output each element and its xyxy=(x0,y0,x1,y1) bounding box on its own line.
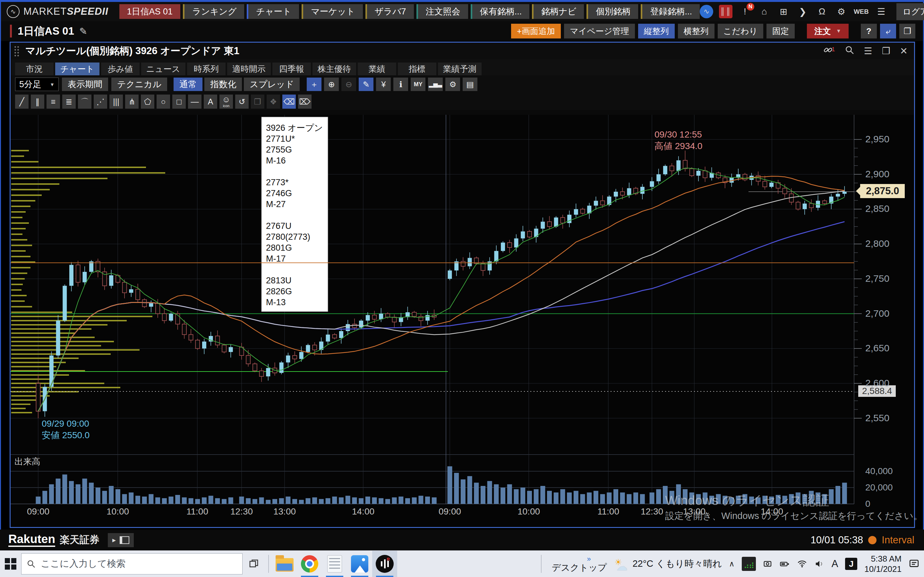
print-icon[interactable]: ▤ xyxy=(463,77,477,91)
duplicate-window-icon[interactable]: ❐ xyxy=(882,45,890,56)
menu-tab[interactable]: 1日信AS 01 xyxy=(120,4,181,19)
order-button[interactable]: 注文▼ xyxy=(807,24,849,39)
text-icon[interactable]: A xyxy=(204,95,217,109)
panel-icon[interactable]: ❯ xyxy=(796,5,809,18)
battery-tray-icon[interactable] xyxy=(780,559,790,569)
action-center-icon[interactable] xyxy=(909,558,919,569)
wifi-tray-icon[interactable] xyxy=(797,559,807,569)
logout-button[interactable]: ログアウト xyxy=(897,3,924,20)
layout-button[interactable]: 横整列 xyxy=(678,24,714,39)
horizontal-lines4-icon[interactable]: ≣ xyxy=(62,95,76,109)
close-window-icon[interactable]: ✕ xyxy=(900,45,908,56)
bell-icon[interactable]: Ω xyxy=(815,5,829,18)
window-menu-icon[interactable]: ☰ xyxy=(864,45,872,56)
chart-mode-button[interactable]: 指数化 xyxy=(204,77,242,91)
taskbar-app-marketspeed[interactable]: R xyxy=(372,551,397,577)
chart-toolbar-button[interactable]: 表示期間 xyxy=(62,77,108,91)
window-tab[interactable]: 業績 xyxy=(358,63,396,75)
layout-button[interactable]: マイページ管理 xyxy=(564,24,635,39)
help-button[interactable]: ? xyxy=(861,24,877,39)
info-icon[interactable]: ℹ xyxy=(393,77,408,91)
popout-window-button[interactable]: ❐ xyxy=(899,24,915,39)
chevron-icon[interactable]: » xyxy=(587,556,591,562)
horizontal-line-icon[interactable]: — xyxy=(188,95,202,109)
icon-stamp-icon[interactable]: ☺icon xyxy=(220,95,233,109)
chart-toolbar-button[interactable]: テクニカル xyxy=(111,77,167,91)
menu-icon[interactable]: ☰ xyxy=(875,5,888,18)
edit-pencil-icon[interactable]: ✎ xyxy=(79,26,87,37)
my-chart-icon[interactable]: MY xyxy=(411,77,425,91)
window-tab[interactable]: 四季報 xyxy=(272,63,311,75)
menu-tab[interactable]: 銘柄ナビ xyxy=(532,4,584,19)
menu-tab[interactable]: 保有銘柄... xyxy=(471,4,530,19)
menu-tab[interactable]: ザラバ7 xyxy=(365,4,414,19)
taskbar-app-explorer[interactable] xyxy=(272,551,297,577)
area-chart-icon[interactable]: ▂▅▃ xyxy=(428,77,443,91)
menu-tab[interactable]: ランキング xyxy=(183,4,244,19)
menu-tab[interactable]: マーケット xyxy=(302,4,363,19)
taskbar-clock[interactable]: 5:38 AM 10/1/2021 xyxy=(864,554,901,574)
eraser-icon[interactable]: ⌫ xyxy=(282,95,296,109)
menu-tab[interactable]: 登録銘柄... xyxy=(641,4,700,19)
vertical-lines-icon[interactable]: ||| xyxy=(110,95,123,109)
chart-alert-icon[interactable]: ║║ xyxy=(719,5,732,18)
side-panel-toggle-button[interactable]: ▸ xyxy=(108,533,134,547)
window-tab[interactable]: 株主優待 xyxy=(312,63,356,75)
zoom-in-icon[interactable]: ⊕ xyxy=(324,77,339,91)
home-icon[interactable]: ⌂ xyxy=(758,5,771,18)
draw-pencil-icon[interactable]: ✎ xyxy=(359,77,373,91)
search-icon[interactable] xyxy=(845,45,855,57)
settings-gear-icon[interactable]: ⚙ xyxy=(835,5,848,18)
ime-language-icon[interactable]: A xyxy=(832,558,838,570)
tools-wrench-icon[interactable]: ⚙ xyxy=(445,77,460,91)
weather-widget[interactable]: ☀☁ 22°C くもり時々晴れ xyxy=(614,558,722,570)
menu-tab[interactable]: チャート xyxy=(247,4,299,19)
device-tray-icon[interactable] xyxy=(763,559,772,569)
ime-mode-icon[interactable]: J xyxy=(845,558,857,570)
layout-button[interactable]: 固定 xyxy=(766,24,795,39)
eraser-all-icon[interactable]: ⌦ xyxy=(298,95,312,109)
drag-handle-icon[interactable] xyxy=(14,45,20,56)
ellipse-icon[interactable]: ○ xyxy=(157,95,170,109)
window-tab[interactable]: 指標 xyxy=(398,63,436,75)
layout-button[interactable]: こだわり xyxy=(718,24,763,39)
taskbar-search-input[interactable]: ここに入力して検索 xyxy=(21,553,242,574)
parallel-lines-icon[interactable]: ∥ xyxy=(31,95,44,109)
link-icon[interactable]: 1 xyxy=(823,45,835,57)
window-tab[interactable]: 適時開示 xyxy=(227,63,271,75)
task-view-button[interactable] xyxy=(242,551,265,577)
history-icon[interactable]: ↺ xyxy=(235,95,249,109)
window-tab[interactable]: 業績予測 xyxy=(438,63,481,75)
taskbar-app-photos[interactable] xyxy=(347,551,372,577)
rectangle-icon[interactable]: □ xyxy=(172,95,186,109)
menu-tab[interactable]: 注文照会 xyxy=(417,4,468,19)
crosshair-icon[interactable]: ＋ xyxy=(307,77,321,91)
chart-mode-button[interactable]: 通常 xyxy=(174,77,202,91)
pitchfork-icon[interactable]: ⋔ xyxy=(125,95,139,109)
taskbar-app-chrome[interactable] xyxy=(297,551,322,577)
fan-lines-icon[interactable]: ⋰ xyxy=(94,95,107,109)
volume-tray-icon[interactable] xyxy=(814,559,825,569)
notification-alert-icon[interactable]: !N xyxy=(738,5,752,18)
desktop-toolbar[interactable]: » デスクトップ xyxy=(552,556,607,572)
horizontal-lines3-icon[interactable]: ≡ xyxy=(47,95,60,109)
activity-tray-icon[interactable]: ⣠⣴ xyxy=(742,557,756,571)
fibonacci-arc-icon[interactable]: ⌒ xyxy=(78,95,91,109)
layout-button[interactable]: +画面追加 xyxy=(511,24,561,39)
window-titlebar[interactable]: マルチツール(個別銘柄) 3926 オープンドア 東1 1 ☰ ❐ ✕ xyxy=(11,43,914,59)
add-window-icon[interactable]: ⊞ xyxy=(777,5,790,18)
pentagon-icon[interactable]: ⬠ xyxy=(141,95,154,109)
period-select[interactable]: 5分足▼ xyxy=(15,77,59,91)
tray-expand-icon[interactable]: ∧ xyxy=(729,559,735,568)
window-tab[interactable]: チャート xyxy=(55,63,99,75)
layout-button[interactable]: 縦整列 xyxy=(638,24,675,39)
web-icon[interactable]: WEB xyxy=(854,5,869,18)
yen-icon[interactable]: ¥ xyxy=(376,77,391,91)
menu-tab[interactable]: 個別銘柄 xyxy=(586,4,638,19)
chart-mode-button[interactable]: スプレッド xyxy=(244,77,300,91)
taskbar-app-notepad[interactable] xyxy=(322,551,347,577)
start-button[interactable] xyxy=(0,551,21,577)
chart-region[interactable]: 3926 オープン2771U*2755GM-162773*2746GM-2727… xyxy=(11,115,914,527)
window-tab[interactable]: 市況 xyxy=(15,63,53,75)
price-chart[interactable]: 3926 オープン2771U*2755GM-162773*2746GM-2727… xyxy=(11,115,914,527)
